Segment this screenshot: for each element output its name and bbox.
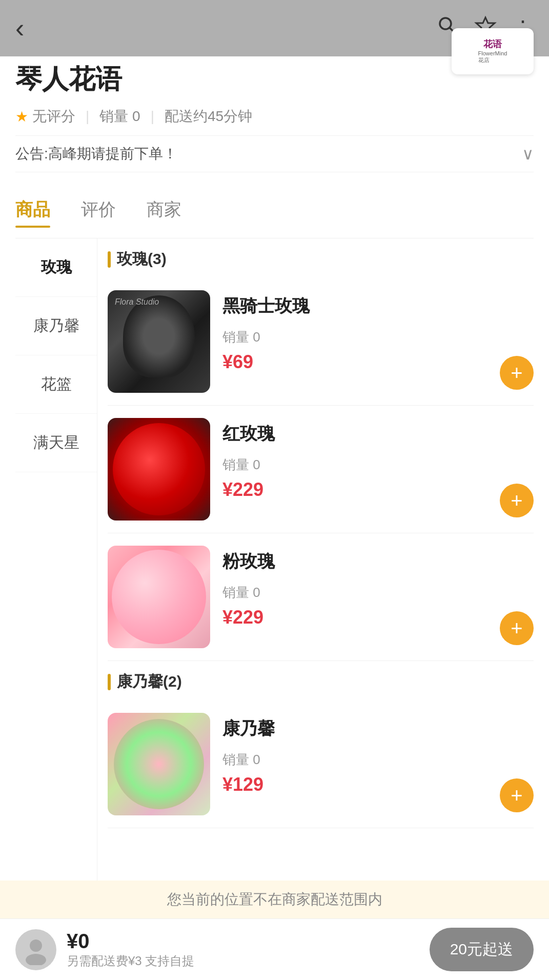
product-image-pink-rose[interactable]	[108, 546, 210, 648]
meta-divider-1: |	[86, 108, 89, 125]
store-sales: 销量 0	[99, 107, 140, 126]
sidebar-item-gypsophila[interactable]: 满天星	[15, 414, 97, 472]
category-rose-header: 玫瑰(3)	[108, 238, 534, 278]
svg-point-3	[30, 939, 42, 952]
product-price-pink-rose: ¥229	[222, 607, 534, 628]
product-info-carnation: 康乃馨 销量 0 ¥129	[222, 713, 534, 795]
main-card: 琴人花语 ★ 无评分 | 销量 0 | 配送约45分钟 公告:高峰期请提前下单！…	[0, 46, 549, 959]
sidebar: 玫瑰 康乃馨 花篮 满天星	[15, 238, 97, 931]
checkout-button[interactable]: 20元起送	[430, 928, 534, 971]
chevron-down-icon: ∨	[522, 144, 534, 164]
product-name-carnation: 康乃馨	[222, 717, 534, 741]
product-carnation: 康乃馨 销量 0 ¥129 +	[108, 701, 534, 828]
category-rose-label: 玫瑰(3)	[117, 249, 167, 270]
store-logo: 花语 FlowerMind 花店	[452, 28, 534, 74]
svg-point-4	[26, 954, 46, 965]
svg-point-0	[440, 18, 451, 29]
star-icon: ★	[15, 108, 28, 125]
tab-products[interactable]: 商品	[15, 198, 50, 228]
product-red-rose: 红玫瑰 销量 0 ¥229 +	[108, 406, 534, 533]
add-button-black-knight[interactable]: +	[500, 356, 534, 390]
bottom-bar: ¥0 另需配送费¥3 支持自提 20元起送	[0, 918, 549, 980]
product-info-red-rose: 红玫瑰 销量 0 ¥229	[222, 418, 534, 501]
delivery-notice-text: 您当前的位置不在商家配送范围内	[167, 891, 382, 907]
rating-label: 无评分	[32, 107, 75, 126]
product-info-black-knight: 黑骑士玫瑰 销量 0 ¥69	[222, 290, 534, 373]
sales-label: 销量 0	[99, 107, 140, 126]
delivery-label: 配送约45分钟	[165, 107, 252, 126]
product-price-red-rose: ¥229	[222, 479, 534, 501]
product-image-black-knight[interactable]	[108, 290, 210, 393]
delivery-notice: 您当前的位置不在商家配送范围内	[0, 881, 549, 918]
category-carnation-header: 康乃馨(2)	[108, 661, 534, 701]
product-sales-black-knight: 销量 0	[222, 328, 534, 346]
store-delivery: 配送约45分钟	[165, 107, 252, 126]
tab-reviews[interactable]: 评价	[81, 198, 116, 228]
category-bar-icon	[108, 251, 111, 268]
product-name-red-rose: 红玫瑰	[222, 422, 534, 446]
tab-merchant[interactable]: 商家	[147, 198, 181, 228]
product-list: 玫瑰(3) 黑骑士玫瑰 销量 0 ¥69 + 红玫瑰 销量 0 ¥229	[97, 238, 534, 931]
add-button-carnation[interactable]: +	[500, 778, 534, 812]
product-black-knight-rose: 黑骑士玫瑰 销量 0 ¥69 +	[108, 278, 534, 406]
product-info-pink-rose: 粉玫瑰 销量 0 ¥229	[222, 546, 534, 628]
product-name-black-knight: 黑骑士玫瑰	[222, 294, 534, 318]
product-price-black-knight: ¥69	[222, 351, 534, 373]
product-pink-rose: 粉玫瑰 销量 0 ¥229 +	[108, 533, 534, 661]
product-image-red-rose[interactable]	[108, 418, 210, 521]
product-sales-pink-rose: 销量 0	[222, 584, 534, 602]
tabs: 商品 评价 商家	[15, 188, 534, 238]
store-meta: ★ 无评分 | 销量 0 | 配送约45分钟	[15, 107, 534, 126]
sidebar-item-rose[interactable]: 玫瑰	[15, 238, 97, 297]
announcement[interactable]: 公告:高峰期请提前下单！ ∨	[15, 135, 534, 172]
cart-sub-text: 另需配送费¥3 支持自提	[67, 953, 430, 969]
announcement-text: 公告:高峰期请提前下单！	[15, 144, 177, 164]
store-rating: ★ 无评分	[15, 107, 75, 126]
meta-divider-2: |	[151, 108, 154, 125]
store-logo-name: 花语	[478, 38, 507, 50]
category-bar-carnation-icon	[108, 674, 111, 690]
product-price-carnation: ¥129	[222, 774, 534, 795]
product-image-carnation[interactable]	[108, 713, 210, 815]
cart-price: ¥0	[67, 930, 430, 953]
product-sales-red-rose: 销量 0	[222, 456, 534, 474]
product-name-pink-rose: 粉玫瑰	[222, 550, 534, 573]
store-header: 琴人花语 ★ 无评分 | 销量 0 | 配送约45分钟 公告:高峰期请提前下单！…	[15, 62, 534, 188]
sidebar-item-carnation[interactable]: 康乃馨	[15, 297, 97, 355]
store-logo-sub2: 花店	[478, 56, 507, 64]
add-button-red-rose[interactable]: +	[500, 484, 534, 517]
product-sales-carnation: 销量 0	[222, 751, 534, 769]
product-layout: 玫瑰 康乃馨 花篮 满天星 玫瑰(3) 黑骑士玫瑰 销量 0 ¥69 +	[15, 238, 534, 931]
cart-info: ¥0 另需配送费¥3 支持自提	[67, 930, 430, 969]
cart-avatar[interactable]	[15, 929, 56, 970]
add-button-pink-rose[interactable]: +	[500, 611, 534, 645]
back-button[interactable]: ‹	[15, 13, 24, 44]
category-carnation-label: 康乃馨(2)	[117, 671, 182, 692]
sidebar-item-basket[interactable]: 花篮	[15, 355, 97, 414]
store-logo-sub: FlowerMind	[478, 50, 507, 56]
